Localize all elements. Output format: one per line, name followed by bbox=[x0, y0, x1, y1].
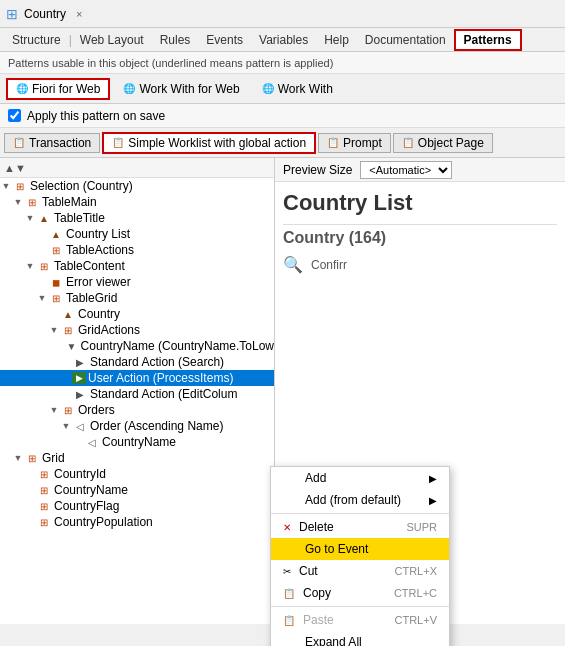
tree-node[interactable]: ▼ ▲ TableTitle bbox=[0, 210, 274, 226]
node-label: Orders bbox=[78, 403, 115, 417]
tree-node[interactable]: ▼ ⊞ TableMain bbox=[0, 194, 274, 210]
context-menu-item-go-to-event[interactable]: Go to Event bbox=[271, 538, 449, 560]
title-text: Country bbox=[24, 7, 66, 21]
menu-events[interactable]: Events bbox=[198, 31, 251, 49]
node-label: User Action (ProcessItems) bbox=[88, 371, 233, 385]
tree-node[interactable]: ▼ ⊞ Selection (Country) bbox=[0, 178, 274, 194]
menu-item-shortcut: CTRL+X bbox=[395, 565, 438, 577]
tree-node[interactable]: ▶ Standard Action (Search) bbox=[0, 354, 274, 370]
tree-node[interactable]: ▼ ⊞ Grid bbox=[0, 450, 274, 466]
node-icon: ◼ bbox=[48, 275, 64, 289]
tree-node[interactable]: ▼ ⊞ GridActions bbox=[0, 322, 274, 338]
tree-node[interactable]: ⊞ CountryFlag bbox=[0, 498, 274, 514]
work-with-for-web-label: Work With for Web bbox=[139, 82, 239, 96]
node-icon: ⊞ bbox=[48, 243, 64, 257]
node-icon: ▶ bbox=[72, 372, 86, 384]
preview-content: Country List Country (164) 🔍 Confirr bbox=[275, 182, 565, 282]
main-area: ▲▼ ▼ ⊞ Selection (Country) ▼ ⊞ TableMain… bbox=[0, 158, 565, 624]
apply-checkbox[interactable] bbox=[8, 109, 21, 122]
tab-fiori-web[interactable]: 🌐 Fiori for Web bbox=[6, 78, 110, 100]
menu-item-label: Expand All bbox=[305, 635, 437, 646]
node-label: Selection (Country) bbox=[30, 179, 133, 193]
tree-content[interactable]: ▼ ⊞ Selection (Country) ▼ ⊞ TableMain ▼ … bbox=[0, 178, 274, 624]
context-menu-item-add[interactable]: Add ▶ bbox=[271, 467, 449, 489]
node-label: Country bbox=[78, 307, 120, 321]
node-label: CountryName (CountryName.ToLow bbox=[81, 339, 274, 353]
prompt-icon: 📋 bbox=[327, 137, 339, 148]
tab-work-with[interactable]: 🌐 Work With bbox=[253, 79, 342, 99]
context-menu-item-expand-all[interactable]: Expand All bbox=[271, 631, 449, 646]
menu-web-layout[interactable]: Web Layout bbox=[72, 31, 152, 49]
tab-simple-worklist[interactable]: 📋 Simple Worklist with global action bbox=[102, 132, 316, 154]
menu-item-label: Add (from default) bbox=[305, 493, 421, 507]
tab-object-page[interactable]: 📋 Object Page bbox=[393, 133, 493, 153]
node-icon: ▲ bbox=[48, 227, 64, 241]
expand-icon[interactable]: ▼ bbox=[36, 293, 48, 303]
copy-icon: 📋 bbox=[283, 588, 295, 599]
menu-rules[interactable]: Rules bbox=[152, 31, 199, 49]
expand-icon[interactable]: ▼ bbox=[24, 213, 36, 223]
expand-icon[interactable]: ▼ bbox=[60, 421, 72, 431]
tree-node[interactable]: ▶ Standard Action (EditColum bbox=[0, 386, 274, 402]
preview-country-count: Country (164) bbox=[283, 229, 557, 247]
tree-node[interactable]: ⊞ CountryName bbox=[0, 482, 274, 498]
menu-help[interactable]: Help bbox=[316, 31, 357, 49]
menu-patterns[interactable]: Patterns bbox=[454, 29, 522, 51]
transaction-label: Transaction bbox=[29, 136, 91, 150]
node-label: CountryPopulation bbox=[54, 515, 153, 529]
node-icon: ⊞ bbox=[36, 499, 52, 513]
node-icon: ⊞ bbox=[60, 403, 76, 417]
tab-prompt[interactable]: 📋 Prompt bbox=[318, 133, 391, 153]
object-page-icon: 📋 bbox=[402, 137, 414, 148]
expand-icon[interactable]: ▼ bbox=[0, 181, 12, 191]
submenu-arrow-icon: ▶ bbox=[429, 473, 437, 484]
node-label: TableActions bbox=[66, 243, 134, 257]
menu-item-shortcut: CTRL+C bbox=[394, 587, 437, 599]
node-label: GridActions bbox=[78, 323, 140, 337]
menu-item-label: Paste bbox=[303, 613, 387, 627]
menu-documentation[interactable]: Documentation bbox=[357, 31, 454, 49]
close-button[interactable]: × bbox=[76, 8, 82, 20]
context-menu-item-delete[interactable]: ✕ Delete SUPR bbox=[271, 516, 449, 538]
apply-bar: Apply this pattern on save bbox=[0, 104, 565, 128]
content-tabs: 📋 Transaction 📋 Simple Worklist with glo… bbox=[0, 128, 565, 158]
app-icon: ⊞ bbox=[6, 6, 18, 22]
tree-node[interactable]: ▼ ⊞ TableGrid bbox=[0, 290, 274, 306]
tree-node[interactable]: ◁ CountryName bbox=[0, 434, 274, 450]
expand-icon[interactable]: ▼ bbox=[24, 261, 36, 271]
context-menu-separator bbox=[271, 513, 449, 514]
tree-node[interactable]: ◼ Error viewer bbox=[0, 274, 274, 290]
expand-icon[interactable]: ▼ bbox=[48, 405, 60, 415]
context-menu-item-copy[interactable]: 📋 Copy CTRL+C bbox=[271, 582, 449, 604]
expand-icon[interactable]: ▼ bbox=[12, 453, 24, 463]
menu-item-shortcut: SUPR bbox=[406, 521, 437, 533]
node-label: Standard Action (Search) bbox=[90, 355, 224, 369]
work-with-for-web-icon: 🌐 bbox=[123, 83, 135, 94]
node-label: Standard Action (EditColum bbox=[90, 387, 237, 401]
preview-size-select[interactable]: <Automatic> bbox=[360, 161, 452, 179]
tree-node[interactable]: ▼ ⊞ TableContent bbox=[0, 258, 274, 274]
simple-worklist-icon: 📋 bbox=[112, 137, 124, 148]
menu-variables[interactable]: Variables bbox=[251, 31, 316, 49]
node-icon: ⊞ bbox=[24, 451, 40, 465]
tab-work-with-for-web[interactable]: 🌐 Work With for Web bbox=[114, 79, 248, 99]
menu-item-label: Cut bbox=[299, 564, 387, 578]
context-menu-item-add-default[interactable]: Add (from default) ▶ bbox=[271, 489, 449, 511]
tree-node[interactable]: ▲ Country bbox=[0, 306, 274, 322]
menu-item-label: Copy bbox=[303, 586, 386, 600]
search-icon: 🔍 bbox=[283, 255, 303, 274]
context-menu-item-cut[interactable]: ✂ Cut CTRL+X bbox=[271, 560, 449, 582]
tree-node[interactable]: ⊞ CountryId bbox=[0, 466, 274, 482]
tab-transaction[interactable]: 📋 Transaction bbox=[4, 133, 100, 153]
tree-node[interactable]: ▶ User Action (ProcessItems) bbox=[0, 370, 274, 386]
tree-node[interactable]: ▼ CountryName (CountryName.ToLow bbox=[0, 338, 274, 354]
work-with-icon: 🌐 bbox=[262, 83, 274, 94]
tree-node[interactable]: ▼ ◁ Order (Ascending Name) bbox=[0, 418, 274, 434]
tree-node[interactable]: ⊞ CountryPopulation bbox=[0, 514, 274, 530]
expand-icon[interactable]: ▼ bbox=[48, 325, 60, 335]
menu-structure[interactable]: Structure bbox=[4, 31, 69, 49]
tree-node[interactable]: ▲ Country List bbox=[0, 226, 274, 242]
tree-node[interactable]: ▼ ⊞ Orders bbox=[0, 402, 274, 418]
tree-node[interactable]: ⊞ TableActions bbox=[0, 242, 274, 258]
expand-icon[interactable]: ▼ bbox=[12, 197, 24, 207]
